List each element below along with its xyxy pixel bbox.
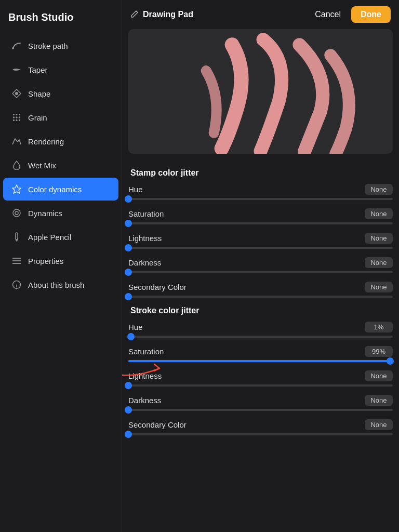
app-title: Brush Studio xyxy=(0,0,122,34)
stroke-lightness-track[interactable] xyxy=(128,384,393,387)
svg-point-12 xyxy=(15,211,18,215)
about-icon: i xyxy=(11,280,22,290)
sidebar-item-stroke-path[interactable]: Stroke path xyxy=(3,34,118,57)
sidebar-item-about[interactable]: i About this brush xyxy=(3,273,118,296)
stroke-lightness-thumb xyxy=(125,382,132,389)
stamp-section-title: Stamp color jitter xyxy=(130,168,393,178)
header-buttons: Cancel Done xyxy=(310,6,391,23)
sidebar-label-apple-pencil: Apple Pencil xyxy=(28,233,71,242)
svg-rect-6 xyxy=(16,117,18,118)
drawing-pad-title: Drawing Pad xyxy=(143,10,193,19)
stroke-lightness-row: Lightness None xyxy=(128,370,393,387)
stroke-darkness-row: Darkness None xyxy=(128,395,393,411)
stamp-saturation-value: None xyxy=(365,208,393,219)
stroke-saturation-label: Saturation xyxy=(128,347,164,356)
sidebar-item-rendering[interactable]: Rendering xyxy=(3,130,118,153)
stamp-hue-row: Hue None xyxy=(128,184,393,200)
sidebar-label-rendering: Rendering xyxy=(28,137,64,146)
stamp-secondary-color-track[interactable] xyxy=(128,296,393,298)
stroke-lightness-value: None xyxy=(365,370,393,381)
taper-icon xyxy=(11,64,22,75)
svg-rect-8 xyxy=(13,119,15,121)
stroke-hue-label-row: Hue 1% xyxy=(128,322,393,332)
stroke-saturation-value: 99% xyxy=(365,346,393,357)
stamp-secondary-color-value: None xyxy=(365,282,393,292)
stroke-darkness-value: None xyxy=(365,395,393,406)
stamp-hue-track[interactable] xyxy=(128,198,393,200)
stroke-darkness-track[interactable] xyxy=(128,409,393,411)
stamp-darkness-row: Darkness None xyxy=(128,257,393,273)
svg-point-1 xyxy=(15,92,18,95)
stamp-saturation-thumb xyxy=(125,220,132,227)
sidebar-item-dynamics[interactable]: Dynamics xyxy=(3,202,118,224)
stroke-hue-thumb xyxy=(127,333,135,340)
stroke-saturation-track[interactable] xyxy=(128,360,393,362)
edit-icon xyxy=(130,10,139,20)
wet-mix-icon xyxy=(11,160,22,170)
sidebar-label-about: About this brush xyxy=(28,281,84,289)
stamp-secondary-color-label: Secondary Color xyxy=(128,283,187,291)
stroke-hue-track[interactable] xyxy=(128,336,393,338)
svg-rect-4 xyxy=(19,114,20,115)
stroke-saturation-label-row: Saturation 99% xyxy=(128,346,393,357)
sidebar-item-color-dynamics[interactable]: Color dynamics xyxy=(3,178,118,201)
svg-rect-3 xyxy=(16,114,18,115)
color-dynamics-icon xyxy=(11,184,22,194)
stroke-secondary-color-track[interactable] xyxy=(128,433,393,435)
stamp-secondary-color-label-row: Secondary Color None xyxy=(128,282,393,292)
stroke-darkness-thumb xyxy=(125,406,132,414)
preview-canvas-svg xyxy=(128,29,393,154)
stroke-darkness-label: Darkness xyxy=(128,396,161,405)
header-left: Drawing Pad xyxy=(130,10,193,20)
sidebar-item-wet-mix[interactable]: Wet Mix xyxy=(3,154,118,177)
stamp-lightness-label: Lightness xyxy=(128,234,162,243)
svg-text:i: i xyxy=(16,282,17,288)
stroke-saturation-row: Saturation 99% xyxy=(128,346,393,362)
stamp-darkness-label: Darkness xyxy=(128,258,161,267)
sidebar-label-stroke-path: Stroke path xyxy=(28,42,68,50)
svg-rect-9 xyxy=(16,119,18,121)
sidebar-label-shape: Shape xyxy=(28,89,50,98)
sidebar-item-grain[interactable]: Grain xyxy=(3,106,118,129)
stamp-secondary-color-thumb xyxy=(125,293,132,300)
stamp-saturation-row: Saturation None xyxy=(128,208,393,224)
stroke-hue-label: Hue xyxy=(128,323,143,331)
stamp-darkness-label-row: Darkness None xyxy=(128,257,393,268)
stroke-hue-value: 1% xyxy=(365,322,393,332)
shape-icon xyxy=(11,88,22,99)
stamp-lightness-track[interactable] xyxy=(128,247,393,249)
stamp-lightness-row: Lightness None xyxy=(128,233,393,249)
stroke-jitter-section: Stroke color jitter Hue 1% xyxy=(128,306,393,435)
header: Drawing Pad Cancel Done xyxy=(122,0,399,29)
stroke-section-title: Stroke color jitter xyxy=(130,306,393,315)
stroke-secondary-color-thumb xyxy=(125,431,132,438)
sidebar-label-taper: Taper xyxy=(28,65,48,74)
svg-point-0 xyxy=(12,47,14,49)
stamp-hue-value: None xyxy=(365,184,393,195)
stroke-hue-row: Hue 1% xyxy=(128,322,393,338)
stroke-secondary-color-label-row: Secondary Color None xyxy=(128,419,393,430)
svg-rect-7 xyxy=(19,117,20,118)
stamp-saturation-track[interactable] xyxy=(128,222,393,224)
svg-rect-2 xyxy=(13,114,15,115)
stamp-saturation-label-row: Saturation None xyxy=(128,208,393,219)
stamp-darkness-thumb xyxy=(125,269,132,276)
sidebar-label-grain: Grain xyxy=(28,113,47,122)
stamp-darkness-value: None xyxy=(365,257,393,268)
stroke-lightness-label: Lightness xyxy=(128,371,162,380)
cancel-button[interactable]: Cancel xyxy=(310,7,346,22)
sidebar-item-properties[interactable]: Properties xyxy=(3,249,118,272)
sidebar-label-properties: Properties xyxy=(28,257,63,265)
brush-preview xyxy=(128,29,393,154)
stamp-hue-thumb xyxy=(125,195,132,203)
properties-icon xyxy=(11,256,22,266)
stamp-lightness-value: None xyxy=(365,233,393,244)
sidebar-item-taper[interactable]: Taper xyxy=(3,58,118,81)
svg-point-11 xyxy=(13,209,20,217)
svg-rect-13 xyxy=(16,233,18,240)
sidebar: Brush Studio Stroke path Taper Shape xyxy=(0,0,122,532)
done-button[interactable]: Done xyxy=(351,6,391,23)
sidebar-item-apple-pencil[interactable]: Apple Pencil xyxy=(3,225,118,248)
sidebar-item-shape[interactable]: Shape xyxy=(3,82,118,105)
stamp-darkness-track[interactable] xyxy=(128,271,393,273)
